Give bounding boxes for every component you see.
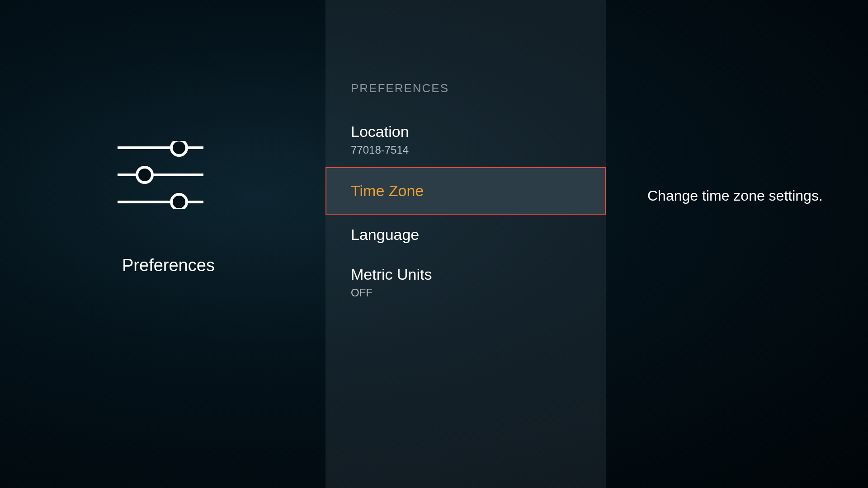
- menu-item-subtitle: OFF: [351, 286, 580, 299]
- menu-item-title: Metric Units: [351, 265, 580, 284]
- svg-point-1: [171, 141, 187, 155]
- menu-item-title: Time Zone: [351, 182, 580, 200]
- svg-point-5: [171, 194, 187, 209]
- description-panel: Change time zone settings.: [606, 0, 868, 488]
- left-panel: Preferences: [0, 0, 326, 488]
- svg-point-3: [137, 167, 152, 183]
- menu-item-language[interactable]: Language: [326, 215, 606, 255]
- item-description: Change time zone settings.: [647, 188, 868, 204]
- menu-panel: PREFERENCES Location 77018-7514 Time Zon…: [326, 0, 606, 488]
- menu-item-metric-units[interactable]: Metric Units OFF: [326, 254, 606, 310]
- section-header: PREFERENCES: [326, 81, 606, 112]
- menu-item-title: Language: [351, 225, 580, 244]
- page-title: Preferences: [122, 256, 215, 275]
- sliders-icon: [118, 141, 203, 211]
- menu-item-subtitle: 77018-7514: [351, 144, 580, 156]
- menu-item-location[interactable]: Location 77018-7514: [326, 112, 606, 167]
- menu-item-time-zone[interactable]: Time Zone: [326, 167, 606, 215]
- menu-item-title: Location: [351, 122, 580, 141]
